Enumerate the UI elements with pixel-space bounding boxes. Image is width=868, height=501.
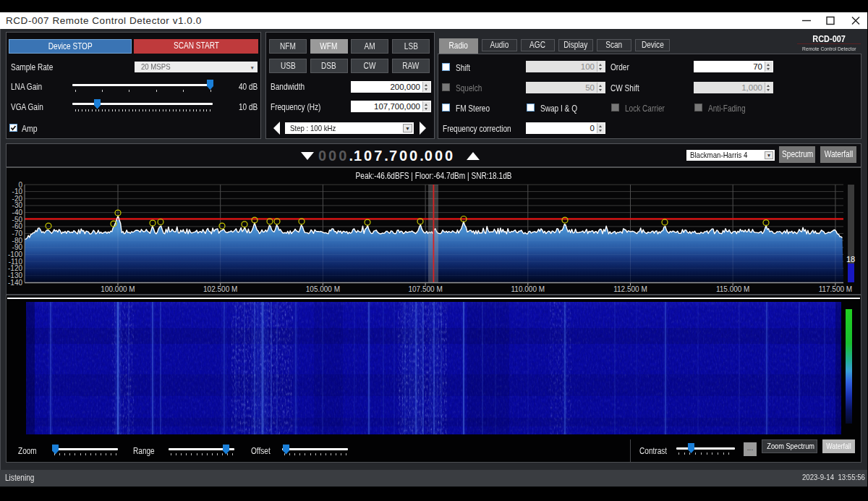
- svg-text:110.000 M: 110.000 M: [511, 285, 545, 293]
- svg-text:107.500 M: 107.500 M: [408, 285, 442, 293]
- svg-text:115.000 M: 115.000 M: [716, 285, 750, 293]
- svg-text:18: 18: [846, 255, 855, 264]
- svg-text:117.500 M: 117.500 M: [819, 285, 853, 293]
- svg-text:112.500 M: 112.500 M: [613, 285, 647, 293]
- svg-text:102.500 M: 102.500 M: [203, 285, 237, 293]
- svg-text:-140: -140: [8, 279, 22, 287]
- svg-text:105.000 M: 105.000 M: [306, 285, 340, 293]
- svg-text:100.000 M: 100.000 M: [101, 285, 135, 293]
